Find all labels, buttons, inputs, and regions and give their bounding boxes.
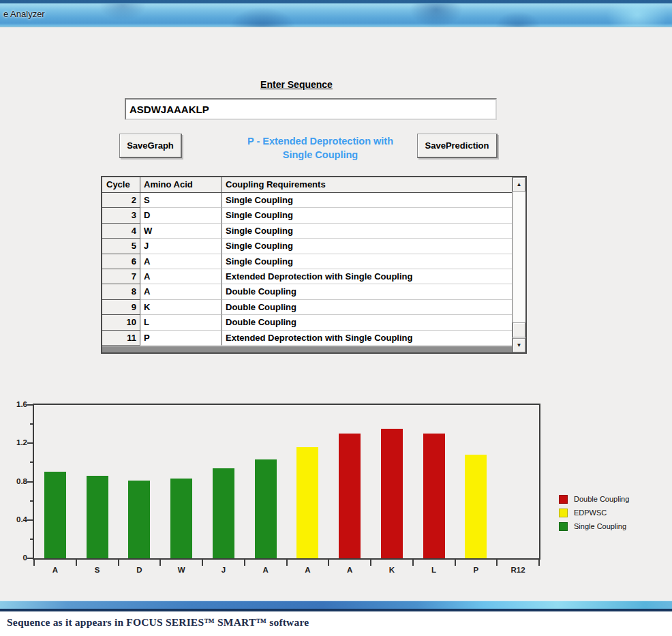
cell-coupling: Single Coupling (222, 254, 512, 269)
chart-bar (170, 479, 192, 558)
chart-bar (381, 429, 403, 558)
column-header-cycle: Cycle (102, 177, 140, 192)
scroll-down-button[interactable]: ▼ (513, 338, 525, 352)
table-row[interactable]: 4WSingle Coupling (102, 224, 512, 239)
y-axis-label: 0.4 (4, 515, 27, 524)
y-axis-label: 0.8 (4, 477, 27, 485)
coupling-table: Cycle Amino Acid Coupling Requirements 2… (101, 176, 527, 354)
chart-bar (423, 434, 445, 558)
cell-coupling: Double Coupling (222, 284, 512, 299)
x-axis-tick (76, 560, 77, 566)
cell-coupling: Extended Deprotection with Single Coupli… (222, 269, 512, 284)
x-axis-label: L (419, 566, 449, 574)
x-axis-label: P (461, 566, 491, 574)
y-axis-tick (27, 558, 33, 559)
x-axis-label: K (377, 566, 407, 574)
table-scrollbar[interactable]: ▲ ▼ (512, 177, 525, 352)
cell-amino-acid: A (140, 269, 222, 284)
x-axis-label: A (292, 566, 322, 574)
y-axis-minor-tick (30, 423, 33, 425)
chart-bars-container (34, 405, 539, 558)
window-title: e Analyzer (3, 9, 45, 19)
x-axis-tick (202, 560, 203, 566)
table-row[interactable]: 9KDouble Coupling (102, 300, 512, 315)
cell-amino-acid: D (140, 208, 222, 223)
prediction-note: P - Extended Deprotection with Single Co… (208, 134, 433, 162)
y-axis-tick (27, 442, 33, 444)
legend-label: Single Coupling (574, 522, 626, 530)
title-bar: e Analyzer (0, 0, 672, 27)
cell-coupling: Single Coupling (222, 239, 512, 254)
enter-sequence-heading: Enter Sequence (211, 79, 382, 90)
sequence-input[interactable] (125, 98, 497, 120)
table-row[interactable]: 10LDouble Coupling (102, 315, 512, 330)
column-header-coupling: Coupling Requirements (222, 177, 512, 192)
chart-bar (296, 447, 318, 558)
coupling-table-inner: Cycle Amino Acid Coupling Requirements 2… (102, 177, 512, 352)
x-axis-tick (118, 560, 119, 566)
legend-swatch (559, 522, 568, 531)
table-row[interactable]: 3DSingle Coupling (102, 208, 512, 223)
chart-bar (465, 455, 487, 558)
save-prediction-button[interactable]: SavePrediction (417, 134, 498, 158)
cell-amino-acid: J (140, 239, 222, 254)
scroll-down-icon: ▼ (517, 342, 522, 348)
y-axis-minor-tick (30, 500, 33, 502)
x-axis-tick (33, 560, 35, 566)
cell-cycle: 8 (102, 284, 140, 299)
y-axis-tick (27, 481, 33, 483)
cell-coupling: Double Coupling (222, 300, 512, 315)
cell-amino-acid: P (140, 331, 222, 346)
save-graph-button[interactable]: SaveGraph (119, 134, 182, 158)
chart-plot-area (33, 404, 540, 560)
legend-swatch (559, 495, 568, 504)
x-axis-tick (244, 560, 245, 566)
x-axis-tick (370, 560, 371, 566)
prediction-note-line1: P - Extended Deprotection with (208, 134, 433, 148)
cell-coupling: Single Coupling (222, 193, 512, 208)
legend-item: Double Coupling (559, 492, 629, 506)
scroll-up-button[interactable]: ▲ (513, 177, 525, 192)
x-axis-tick (455, 560, 456, 566)
chart-bar (128, 481, 150, 558)
table-row[interactable]: 8ADouble Coupling (102, 284, 512, 299)
x-axis-label: A (40, 566, 70, 574)
x-axis-tick (328, 560, 329, 566)
cell-cycle: 2 (102, 193, 140, 208)
cell-amino-acid: K (140, 300, 222, 315)
table-row[interactable]: 7AExtended Deprotection with Single Coup… (102, 269, 512, 284)
y-axis-tick (27, 519, 33, 521)
chart-bar (87, 476, 108, 558)
cell-coupling: Double Coupling (222, 315, 512, 330)
y-axis-minor-tick (30, 539, 33, 540)
chart-legend: Double CouplingEDPWSCSingle Coupling (559, 492, 629, 533)
prediction-note-line2: Single Coupling (208, 148, 433, 162)
cell-cycle: 9 (102, 300, 140, 315)
cell-cycle: 5 (102, 239, 140, 254)
x-axis-tick (538, 560, 540, 566)
window-bottom-border (0, 601, 672, 611)
y-axis-label: 0 (4, 554, 27, 562)
table-row[interactable]: 5JSingle Coupling (102, 239, 512, 254)
scrollbar-thumb[interactable] (513, 322, 525, 337)
column-header-amino-acid: Amino Acid (140, 177, 222, 192)
table-row[interactable]: 2SSingle Coupling (102, 193, 512, 208)
legend-label: Double Coupling (574, 495, 629, 503)
cell-cycle: 4 (102, 224, 140, 239)
cell-cycle: 3 (102, 208, 140, 223)
chart-bar (255, 459, 277, 558)
window-content: Enter Sequence SaveGraph P - Extended De… (0, 27, 672, 601)
screenshot-root: e Analyzer Enter Sequence SaveGraph P - … (0, 0, 672, 636)
cell-cycle: 6 (102, 254, 140, 269)
x-axis-label: S (82, 566, 112, 574)
scroll-up-icon: ▲ (517, 181, 522, 187)
legend-item: Single Coupling (559, 519, 629, 533)
y-axis-tick (27, 404, 33, 406)
cell-amino-acid: A (140, 284, 222, 299)
x-axis-tick (412, 560, 414, 566)
table-row[interactable]: 6ASingle Coupling (102, 254, 512, 269)
table-row[interactable]: 11PExtended Deprotection with Single Cou… (102, 331, 512, 346)
legend-label: EDPWSC (574, 509, 607, 517)
x-axis-tick (496, 560, 498, 566)
cell-amino-acid: A (140, 254, 222, 269)
